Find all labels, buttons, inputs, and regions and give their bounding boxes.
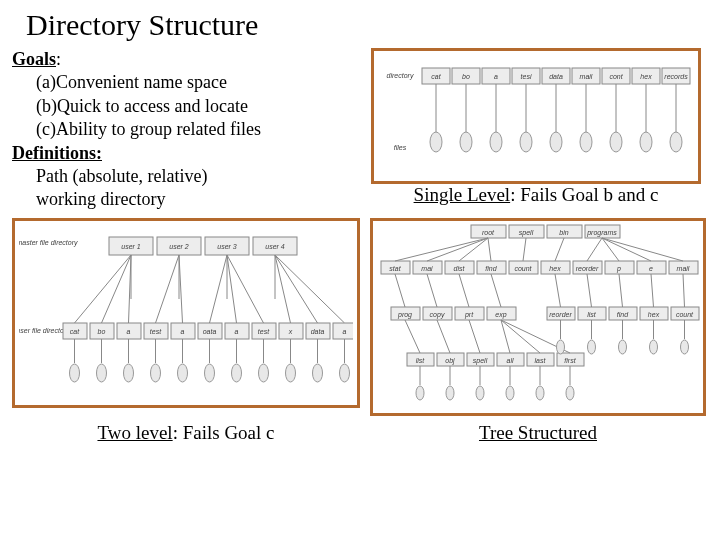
- svg-text:last: last: [535, 357, 547, 364]
- svg-line-167: [587, 238, 602, 261]
- svg-point-202: [566, 386, 574, 400]
- svg-line-166: [555, 238, 564, 261]
- svg-line-181: [437, 320, 450, 353]
- goal-a: (a)Convenient name space: [12, 71, 352, 94]
- definitions-heading: Definitions:: [12, 143, 102, 163]
- svg-point-199: [476, 386, 484, 400]
- svg-text:a: a: [181, 328, 185, 335]
- svg-point-203: [557, 340, 565, 354]
- svg-line-173: [459, 274, 469, 307]
- svg-point-204: [588, 340, 596, 354]
- svg-point-95: [151, 364, 161, 382]
- goal-c: (c)Ability to group related files: [12, 118, 352, 141]
- svg-point-28: [460, 132, 472, 152]
- definition-path: Path (absolute, relative): [12, 165, 352, 188]
- svg-point-198: [446, 386, 454, 400]
- svg-line-183: [501, 320, 510, 353]
- svg-text:reorder: reorder: [576, 265, 599, 272]
- svg-line-171: [395, 274, 405, 307]
- svg-text:count: count: [514, 265, 532, 272]
- svg-text:dist: dist: [454, 265, 466, 272]
- svg-text:p: p: [616, 265, 621, 273]
- svg-line-176: [587, 274, 592, 307]
- svg-text:reorder: reorder: [549, 311, 572, 318]
- svg-text:a: a: [127, 328, 131, 335]
- svg-text:x: x: [288, 328, 293, 335]
- svg-point-27: [430, 132, 442, 152]
- svg-text:e: e: [649, 265, 653, 272]
- svg-point-34: [640, 132, 652, 152]
- svg-point-31: [550, 132, 562, 152]
- text-column: Goals: (a)Convenient name space (b)Quick…: [12, 48, 352, 212]
- svg-point-206: [650, 340, 658, 354]
- svg-text:mail: mail: [580, 73, 593, 80]
- tree-caption: Tree Structured: [479, 422, 597, 444]
- svg-line-177: [619, 274, 623, 307]
- svg-point-30: [520, 132, 532, 152]
- svg-line-174: [491, 274, 501, 307]
- svg-line-175: [555, 274, 561, 307]
- svg-line-55: [227, 255, 264, 323]
- svg-point-33: [610, 132, 622, 152]
- svg-line-172: [427, 274, 437, 307]
- svg-point-207: [681, 340, 689, 354]
- svg-point-102: [340, 364, 350, 382]
- svg-point-92: [70, 364, 80, 382]
- svg-text:a: a: [343, 328, 347, 335]
- two-level-figure: master file directory user 1user 2user 3…: [12, 218, 360, 408]
- svg-point-98: [232, 364, 242, 382]
- svg-text:list: list: [587, 311, 597, 318]
- svg-line-54: [227, 255, 237, 323]
- svg-line-48: [75, 255, 132, 323]
- two-level-caption: Two level: Fails Goal c: [97, 422, 274, 444]
- svg-text:exp: exp: [495, 311, 506, 319]
- svg-line-56: [275, 255, 291, 323]
- svg-line-52: [179, 255, 183, 323]
- svg-text:obj: obj: [445, 357, 455, 365]
- svg-line-184: [501, 320, 540, 353]
- svg-point-97: [205, 364, 215, 382]
- svg-line-182: [469, 320, 480, 353]
- svg-line-162: [427, 238, 488, 261]
- svg-text:a: a: [494, 73, 498, 80]
- files-label: files: [394, 144, 407, 151]
- single-level-diagram: directory catboatesidatamailconthexrecor…: [378, 54, 694, 178]
- svg-text:user 3: user 3: [217, 243, 237, 250]
- single-level-caption: Single Level: Fails Goal b and c: [414, 184, 659, 206]
- svg-text:spell: spell: [519, 229, 534, 237]
- page-title: Directory Structure: [12, 8, 708, 42]
- goals-heading: Goals: [12, 49, 56, 69]
- svg-text:prog: prog: [397, 311, 412, 319]
- svg-text:cat: cat: [70, 328, 80, 335]
- svg-point-32: [580, 132, 592, 152]
- svg-text:all: all: [506, 357, 513, 364]
- svg-text:user 4: user 4: [265, 243, 285, 250]
- svg-point-94: [124, 364, 134, 382]
- two-level-diagram: master file directory user 1user 2user 3…: [19, 223, 353, 403]
- svg-text:user 1: user 1: [121, 243, 141, 250]
- svg-line-58: [275, 255, 345, 323]
- svg-text:bo: bo: [98, 328, 106, 335]
- svg-line-164: [488, 238, 491, 261]
- single-level-figure: directory catboatesidatamailconthexrecor…: [371, 48, 701, 184]
- svg-text:list: list: [416, 357, 426, 364]
- svg-line-57: [275, 255, 318, 323]
- svg-text:cont: cont: [609, 73, 623, 80]
- svg-point-96: [178, 364, 188, 382]
- svg-text:copy: copy: [430, 311, 445, 319]
- svg-text:count: count: [676, 311, 694, 318]
- svg-point-201: [536, 386, 544, 400]
- svg-point-100: [286, 364, 296, 382]
- svg-line-165: [523, 238, 526, 261]
- svg-point-197: [416, 386, 424, 400]
- user-file-label: user file directory: [19, 327, 70, 335]
- svg-text:a: a: [235, 328, 239, 335]
- svg-text:cat: cat: [431, 73, 441, 80]
- svg-point-205: [619, 340, 627, 354]
- svg-text:stat: stat: [389, 265, 401, 272]
- master-label: master file directory: [19, 239, 78, 247]
- svg-point-35: [670, 132, 682, 152]
- tree-diagram: rootspellbinprograms statmaidistfindcoun…: [375, 221, 701, 413]
- definition-cwd: working directory: [12, 188, 352, 211]
- svg-point-29: [490, 132, 502, 152]
